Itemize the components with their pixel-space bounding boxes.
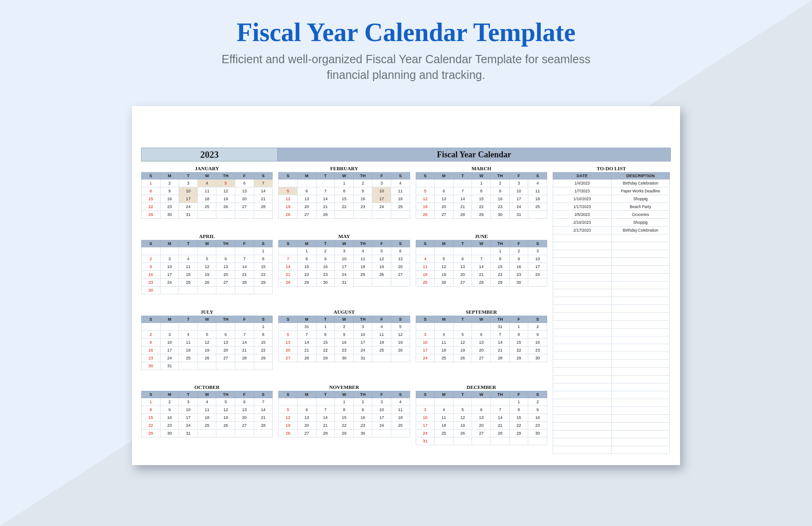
day-cell: 7 (491, 406, 510, 414)
day-cell: 6 (235, 398, 254, 406)
day-cell: 4 (179, 255, 198, 263)
day-cell: 21 (491, 346, 510, 354)
day-cell: 2 (509, 247, 528, 255)
day-cell: 11 (391, 187, 410, 195)
day-cell: 20 (297, 203, 316, 211)
day-cell: 20 (453, 270, 472, 278)
day-cell: 19 (197, 270, 216, 278)
day-cell: 27 (472, 430, 491, 437)
day-cell (297, 398, 316, 406)
day-cell: 9 (491, 187, 510, 195)
day-cell: 5 (279, 187, 298, 195)
todo-col-date: DATE (553, 173, 612, 179)
day-cell: 3 (179, 398, 198, 406)
day-cell: 1 (509, 323, 528, 330)
day-cell: 14 (235, 338, 254, 346)
month-table: SMTWTHFS12345678910111213141516171819202… (141, 172, 273, 219)
day-cell: 16 (142, 270, 161, 278)
day-cell: 23 (353, 422, 372, 430)
day-cell: 28 (491, 430, 510, 437)
todo-row (553, 430, 670, 438)
todo-row (553, 376, 670, 383)
day-cell: 10 (372, 406, 391, 414)
day-cell (216, 247, 235, 255)
month-july: JULYSMTWTHFS1234567891011121314151617181… (141, 308, 273, 379)
day-cell: 19 (453, 422, 472, 430)
day-cell: 2 (353, 179, 372, 187)
day-cell: 23 (316, 270, 335, 278)
day-cell: 21 (279, 270, 298, 278)
day-cell (316, 179, 335, 187)
day-cell: 7 (316, 187, 335, 195)
day-cell: 16 (316, 263, 335, 270)
todo-row: 2/10/2023Shoppig (553, 219, 670, 227)
todo-row (553, 336, 670, 344)
day-cell: 30 (335, 354, 354, 362)
day-cell: 25 (435, 430, 454, 437)
day-cell: 31 (160, 362, 179, 370)
todo-row (553, 407, 670, 415)
day-cell: 17 (416, 346, 435, 354)
month-table: SMTWTHFS12345678910111213141516171819202… (416, 172, 547, 219)
day-cell (435, 323, 454, 330)
day-cell: 3 (372, 398, 391, 406)
day-cell: 15 (335, 414, 354, 422)
day-cell: 22 (491, 270, 510, 278)
day-cell (279, 398, 298, 406)
day-cell: 19 (279, 203, 298, 211)
day-cell: 26 (197, 354, 216, 362)
day-cell: 20 (435, 203, 454, 211)
month-table: SMTWTHFS12345678910111213141516171819202… (141, 240, 273, 294)
day-cell: 21 (254, 414, 273, 422)
day-cell: 29 (316, 354, 335, 362)
day-cell: 7 (254, 179, 273, 187)
day-cell: 18 (416, 270, 435, 278)
day-cell: 15 (335, 195, 354, 203)
month-june: JUNESMTWTHFS1234567891011121314151617181… (416, 232, 547, 303)
day-cell: 3 (509, 179, 528, 187)
day-cell: 14 (472, 263, 491, 270)
day-cell: 29 (509, 354, 528, 362)
day-cell: 4 (197, 179, 216, 187)
day-cell (416, 323, 435, 330)
day-cell: 7 (254, 398, 273, 406)
todo-row (553, 368, 670, 376)
day-cell: 27 (279, 354, 298, 362)
day-cell (472, 398, 491, 406)
day-cell: 8 (142, 187, 161, 195)
day-cell (197, 430, 216, 437)
day-cell: 3 (528, 247, 547, 255)
month-table: SMTWTHFS12345678910111213141516171819202… (416, 240, 547, 287)
day-cell: 16 (160, 195, 179, 203)
month-table: SMTWTHFS12345678910111213141516171819202… (278, 240, 410, 287)
todo-panel: TO-DO LIST DATE DESCRIPTION 1/4/2023Birt… (553, 164, 670, 454)
day-cell: 31 (509, 211, 528, 219)
day-cell: 28 (279, 278, 298, 286)
day-cell: 11 (372, 330, 391, 338)
day-cell: 6 (297, 406, 316, 414)
day-cell: 3 (416, 406, 435, 414)
day-cell: 9 (509, 255, 528, 263)
day-cell: 2 (335, 323, 354, 330)
day-cell: 26 (372, 270, 391, 278)
day-cell: 18 (372, 338, 391, 346)
day-cell: 23 (509, 270, 528, 278)
day-cell: 27 (435, 211, 454, 219)
day-cell: 19 (435, 270, 454, 278)
day-cell: 5 (197, 330, 216, 338)
day-cell (142, 247, 161, 255)
day-cell: 25 (353, 270, 372, 278)
day-cell: 19 (216, 414, 235, 422)
todo-row (553, 313, 670, 321)
day-cell (528, 278, 547, 286)
day-cell: 10 (160, 263, 179, 270)
day-cell (216, 323, 235, 330)
day-cell: 28 (491, 354, 510, 362)
day-cell: 22 (316, 346, 335, 354)
day-cell: 6 (216, 330, 235, 338)
day-cell: 12 (416, 195, 435, 203)
month-name: DECEMBER (416, 383, 547, 391)
day-cell: 14 (254, 187, 273, 195)
day-cell: 16 (335, 338, 354, 346)
month-table: SMTWTHFS12345678910111213141516171819202… (278, 172, 410, 219)
